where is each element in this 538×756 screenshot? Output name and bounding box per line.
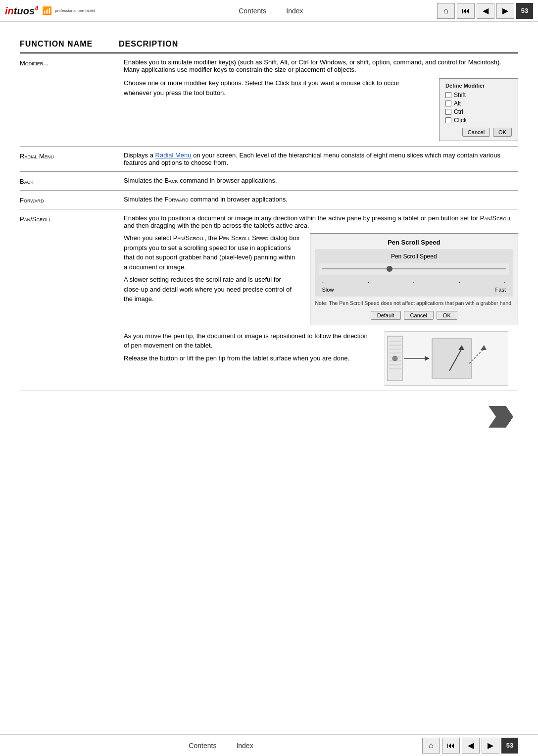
pan-text-left: When you select Pan/Scroll, the Pen Scro… [124, 233, 300, 325]
page-number: 53 [516, 3, 533, 19]
click-checkbox[interactable] [445, 117, 451, 123]
dm-option-shift: Shift [445, 92, 512, 99]
alt-checkbox[interactable] [445, 101, 451, 106]
pan-image-text2: Release the button or lift the pen tip f… [124, 353, 375, 363]
function-name-forward: Forward [20, 191, 119, 209]
pan-illustration-svg [385, 331, 508, 386]
pen-scroll-inner-box: Pen Scroll Speed ····· [315, 249, 513, 297]
slider-track [322, 268, 506, 269]
define-modifier-dialog: Define Modifier Shift Alt [439, 78, 518, 141]
function-desc-forward: Simulates the Forward command in browser… [119, 191, 518, 209]
function-name-panscroll: Pan/Scroll [20, 209, 119, 391]
pan-text-col1: When you select Pan/Scroll, the Pen Scro… [124, 233, 300, 272]
shift-checkbox[interactable] [445, 92, 451, 98]
main-content: FUNCTION NAME DESCRIPTION Modifier... En… [0, 22, 538, 448]
bottom-home-button[interactable]: ⌂ [422, 738, 440, 754]
pen-scroll-slider[interactable] [319, 263, 509, 275]
function-desc-modifier: Enables you to simulate modifier key(s) … [119, 53, 518, 147]
index-link[interactable]: Index [286, 7, 303, 15]
nav-icons: ⌂ ⏮ ◀ ▶ 53 [437, 3, 533, 19]
logo-text: intuos4 [5, 4, 38, 17]
svg-rect-12 [432, 339, 472, 378]
radial-desc-text: Displays a [124, 151, 155, 159]
modifier-body-text: Choose one or more modifier key options.… [124, 78, 429, 101]
top-navigation: intuos4 📶 professional pen tablet Conten… [0, 0, 538, 22]
function-table: FUNCTION NAME DESCRIPTION Modifier... En… [20, 37, 518, 391]
bottom-first-page-button[interactable]: ⏮ [442, 738, 460, 754]
function-name-back: Back [20, 172, 119, 191]
first-page-button[interactable]: ⏮ [457, 3, 475, 19]
bottom-index-link[interactable]: Index [236, 742, 253, 750]
logo-sub: 4 [35, 4, 38, 12]
click-label: Click [454, 117, 467, 124]
svg-point-9 [392, 356, 397, 361]
slider-dots: ····· [319, 277, 509, 287]
alt-label: Alt [454, 100, 461, 107]
ps-ok-button[interactable]: OK [437, 311, 457, 320]
modifier-intro-text: Enables you to simulate modifier key(s) … [124, 58, 518, 73]
slider-labels: Slow Fast [319, 287, 509, 293]
fast-label: Fast [495, 287, 506, 293]
bottom-prev-page-button[interactable]: ◀ [462, 738, 480, 754]
radial-menu-link[interactable]: Radial Menu [155, 151, 192, 159]
dm-ok-button[interactable]: OK [493, 128, 512, 137]
ctrl-label: Ctrl [454, 108, 463, 115]
svg-marker-16 [481, 345, 487, 350]
logo-tagline: professional pen tablet [55, 8, 95, 13]
function-name-modifier: Modifier... [20, 53, 119, 147]
pen-scroll-note: Note: The Pen Scroll Speed does not affe… [315, 300, 513, 307]
panscroll-intro-text: Enables you to position a document or im… [124, 214, 518, 229]
table-row: Pan/Scroll Enables you to position a doc… [20, 209, 518, 391]
dm-cancel-button[interactable]: Cancel [462, 128, 490, 137]
next-page-arrow[interactable] [489, 406, 513, 428]
modifier-detail-row: Choose one or more modifier key options.… [124, 78, 518, 141]
wireless-icon: 📶 [42, 6, 52, 15]
prev-page-button[interactable]: ◀ [477, 3, 494, 19]
slider-thumb[interactable] [387, 266, 392, 272]
pan-image-section: As you move the pen tip, the document or… [124, 331, 518, 386]
bottom-nav-links: Contents Index [20, 742, 422, 750]
table-row: Back Simulates the Back command in brows… [20, 172, 518, 191]
dm-option-alt: Alt [445, 100, 512, 107]
forward-desc-text: Simulates the Forward command in browser… [124, 196, 288, 203]
pen-scroll-inner-title: Pen Scroll Speed [319, 253, 509, 260]
col-header-description: DESCRIPTION [119, 37, 518, 53]
function-desc-radial: Displays a Radial Menu on your screen. E… [119, 147, 518, 172]
table-row: Forward Simulates the Forward command in… [20, 191, 518, 209]
home-button[interactable]: ⌂ [437, 3, 455, 19]
table-row: Radial Menu Displays a Radial Menu on yo… [20, 147, 518, 172]
pan-image-text1: As you move the pen tip, the document or… [124, 331, 375, 351]
next-page-button[interactable]: ▶ [496, 3, 514, 19]
svg-marker-11 [425, 356, 430, 361]
slow-label: Slow [322, 287, 334, 293]
shift-label: Shift [454, 92, 466, 99]
pan-scroll-illustration [385, 331, 508, 386]
pan-image-text: As you move the pen tip, the document or… [124, 331, 375, 366]
pan-scroll-detail: When you select Pan/Scroll, the Pen Scro… [124, 233, 518, 325]
col-header-function: FUNCTION NAME [20, 37, 119, 53]
bottom-page-number: 53 [501, 738, 518, 754]
ps-default-button[interactable]: Default [371, 311, 401, 320]
next-page-arrow-container [20, 406, 518, 428]
nav-links: Contents Index [105, 7, 437, 15]
function-desc-panscroll: Enables you to position a document or im… [119, 209, 518, 391]
table-row: Modifier... Enables you to simulate modi… [20, 53, 518, 147]
pen-scroll-dialog: Pen Scroll Speed Pen Scroll Speed ····· [310, 233, 518, 325]
pen-scroll-title: Pen Scroll Speed [315, 239, 513, 246]
pan-image-illustration-col [385, 331, 518, 386]
bottom-contents-link[interactable]: Contents [189, 742, 216, 750]
back-desc-text: Simulates the Back command in browser ap… [124, 177, 277, 184]
bottom-navigation: Contents Index ⌂ ⏮ ◀ ▶ 53 [0, 734, 538, 756]
bottom-next-page-button[interactable]: ▶ [482, 738, 499, 754]
logo-area: intuos4 📶 professional pen tablet [5, 4, 95, 17]
dm-buttons: Cancel OK [445, 128, 512, 137]
function-name-radial: Radial Menu [20, 147, 119, 172]
pen-scroll-buttons: Default Cancel OK [315, 311, 513, 320]
bottom-nav-icons: ⌂ ⏮ ◀ ▶ 53 [422, 738, 518, 754]
ctrl-checkbox[interactable] [445, 109, 451, 115]
ps-cancel-button[interactable]: Cancel [404, 311, 434, 320]
define-modifier-title: Define Modifier [445, 83, 512, 89]
contents-link[interactable]: Contents [239, 7, 266, 15]
pan-text-col2: A slower setting reduces the scroll rate… [124, 275, 300, 304]
dm-option-click: Click [445, 117, 512, 124]
